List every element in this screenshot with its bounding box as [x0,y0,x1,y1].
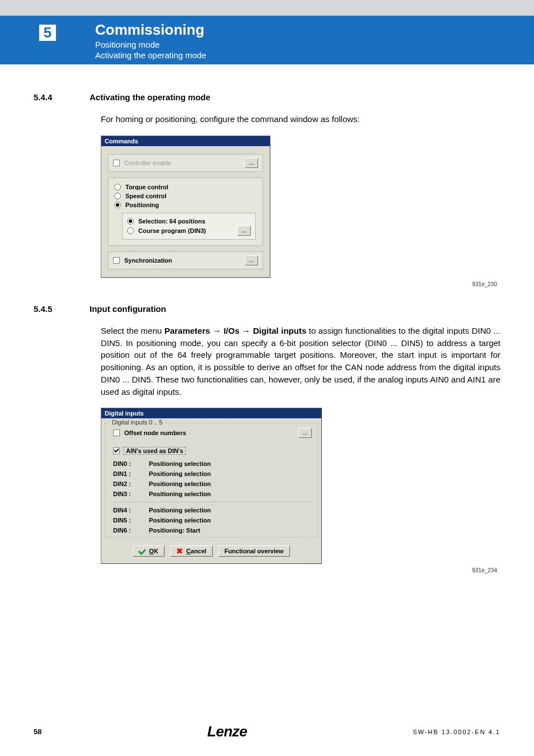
din-list-upper: DIN0 :Positioning selectionDIN1 :Positio… [113,460,312,497]
chapter-header: 5 Commissioning Positioning mode Activat… [0,16,534,64]
brand-logo: Lenze [207,723,247,740]
chapter-number-badge: 5 [38,24,57,42]
functional-overview-button[interactable]: Functional overview [218,545,290,557]
section-heading: 5.4.4 Activating the operating mode [34,92,500,102]
fieldset-label: Digital inputs 0 .. 5 [110,419,165,426]
positioning-radio[interactable] [114,202,121,208]
speed-label: Speed control [125,193,166,199]
din-value: Positioning selection [149,480,312,487]
section-body-text: Select the menu Parameters → I/Os → Digi… [101,325,500,398]
digital-inputs-fieldset: Digital inputs 0 .. 5 Offset node number… [105,423,318,538]
chapter-title: Commissioning [95,21,206,39]
section-heading-2: 5.4.5 Input configuration [34,304,500,314]
section-title-2: Input configuration [90,304,166,314]
document-id: SW-HB 13.0002-EN 4.1 [413,729,500,735]
din-list-lower: DIN4 :Positioning selectionDIN5 :Positio… [113,502,312,534]
din-key: DIN1 : [113,470,144,477]
check-icon [138,547,146,555]
torque-label: Torque control [125,184,168,190]
din-key: DIN5 : [113,517,144,524]
commands-window: Commands Controller enable ... Torque co… [101,136,270,278]
chapter-subtitle-1: Positioning mode [95,40,206,49]
controller-enable-checkbox[interactable] [113,160,120,166]
din-key: DIN2 : [113,480,144,487]
sync-more-button[interactable]: ... [245,255,258,265]
positioning-label: Positioning [125,202,159,208]
sync-checkbox[interactable] [113,257,120,264]
din-value: Positioning: Start [149,527,312,534]
commands-titlebar: Commands [101,136,270,146]
cancel-button[interactable]: ✖Cancel [170,545,213,557]
positioning-sub-options: Selection: 64 positions Course program (… [122,213,256,240]
sync-label: Synchronization [124,257,172,264]
mode-option-group: Torque control Speed control Positioning… [108,178,263,246]
dialog-button-bar: OK ✖Cancel Functional overview [101,540,321,563]
close-icon: ✖ [176,548,183,554]
din-key: DIN0 : [113,460,144,467]
din-value: Positioning selection [149,491,312,497]
controller-enable-label: Controller enable [124,160,245,166]
din-value: Positioning selection [149,507,312,514]
controller-enable-more-button[interactable]: ... [245,158,258,168]
course-more-button[interactable]: ... [237,226,251,236]
ain-checkbox[interactable] [113,447,120,454]
synchronization-row: Synchronization ... [108,251,263,269]
ain-label: AIN's used as DIN's [123,447,186,455]
din-key: DIN4 : [113,507,144,514]
ok-button[interactable]: OK [133,545,165,557]
section-title: Activating the operating mode [90,92,210,102]
course-radio[interactable] [127,227,134,234]
sel64-radio[interactable] [127,218,134,225]
offset-more-button[interactable]: ... [298,428,312,438]
controller-enable-row: Controller enable ... [108,154,263,172]
digital-inputs-window: Digital inputs Digital inputs 0 .. 5 Off… [101,408,322,564]
offset-label: Offset node numbers [124,430,186,436]
section-number-2: 5.4.5 [34,304,90,314]
sel64-label: Selection: 64 positions [138,218,205,225]
figure-id-1: 931e_230 [34,281,500,287]
din-value: Positioning selection [149,460,312,467]
figure-id-2: 931e_234 [34,567,500,573]
din-key: DIN6 : [113,527,144,534]
section-number: 5.4.4 [34,92,90,102]
page-top-margin [0,0,534,16]
section-lead-text: For homing or positioning, configure the… [101,113,500,125]
course-label: Course program (DIN3) [138,227,206,234]
digital-inputs-titlebar: Digital inputs [101,408,321,418]
din-key: DIN3 : [113,491,144,497]
speed-radio[interactable] [114,193,121,199]
din-value: Positioning selection [149,517,312,524]
din-value: Positioning selection [149,470,312,477]
chapter-subtitle-2: Activating the operating mode [95,50,206,60]
page-footer: 58 Lenze SW-HB 13.0002-EN 4.1 [0,723,534,740]
page-number: 58 [34,727,41,736]
offset-checkbox[interactable] [113,430,120,436]
torque-radio[interactable] [114,184,121,190]
